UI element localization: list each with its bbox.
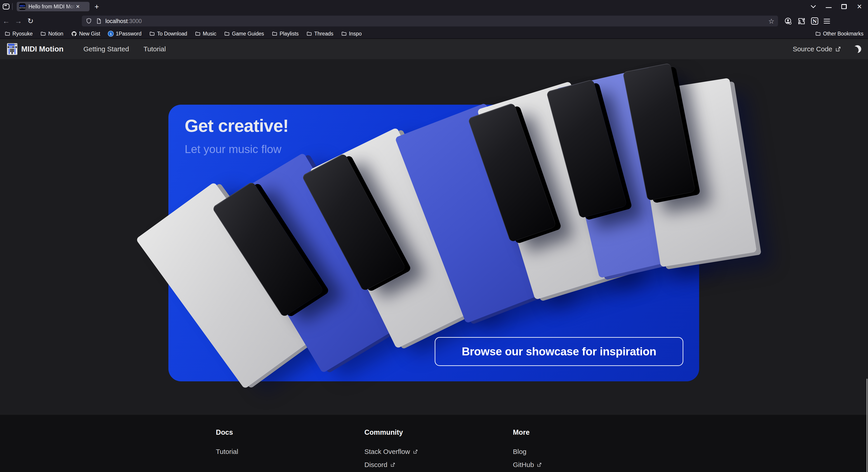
bookmark-item[interactable]: Music bbox=[195, 31, 216, 37]
footer-link-stack-overflow[interactable]: Stack Overflow bbox=[364, 447, 513, 456]
page-info-icon[interactable] bbox=[95, 18, 102, 24]
tab-close-icon[interactable]: × bbox=[76, 3, 80, 10]
site-favicon-icon: MIDI MOTION bbox=[19, 3, 26, 10]
reload-button[interactable]: ↻ bbox=[24, 17, 37, 25]
hero-subtitle: Let your music flow bbox=[185, 143, 281, 156]
folder-icon bbox=[272, 31, 278, 37]
notion-extension-icon[interactable]: N bbox=[811, 18, 818, 25]
footer-column-community: Community Stack Overflow Discord X bbox=[364, 429, 513, 472]
site-navbar: MIDI Motion Getting Started Tutorial Sou… bbox=[0, 39, 868, 59]
external-link-icon bbox=[413, 449, 418, 454]
browser-window: MIDI MOTION Hello from MIDI Motion | MID… bbox=[0, 0, 868, 472]
back-button[interactable]: ← bbox=[0, 17, 12, 25]
hero-card: Get creative! Let your music flow Browse… bbox=[168, 105, 699, 381]
scrollbar-thumb[interactable] bbox=[866, 379, 868, 472]
site-footer: Docs Tutorial Community Stack Overflow D… bbox=[0, 415, 868, 472]
nav-link-getting-started[interactable]: Getting Started bbox=[84, 45, 129, 53]
browser-tab[interactable]: MIDI MOTION Hello from MIDI Motion | MID… bbox=[17, 2, 90, 11]
folder-icon bbox=[195, 31, 201, 37]
nav-link-tutorial[interactable]: Tutorial bbox=[144, 45, 166, 53]
extensions-puzzle-icon[interactable] bbox=[798, 17, 806, 25]
folder-icon bbox=[149, 31, 155, 37]
bookmark-item[interactable]: To Download bbox=[149, 31, 187, 37]
theme-toggle-moon-icon[interactable] bbox=[852, 44, 862, 54]
footer-link-discord[interactable]: Discord bbox=[364, 461, 513, 469]
firefox-view-icon bbox=[3, 4, 9, 9]
url-port: :3000 bbox=[128, 18, 142, 24]
footer-heading: Community bbox=[364, 429, 513, 437]
midi-motion-logo-icon bbox=[7, 43, 18, 55]
new-tab-button[interactable]: + bbox=[94, 3, 99, 10]
folder-icon bbox=[4, 31, 10, 37]
firefox-view-button[interactable] bbox=[0, 0, 12, 13]
restore-icon bbox=[841, 4, 847, 9]
bookmark-item[interactable]: Playlists bbox=[272, 31, 299, 37]
folder-icon bbox=[815, 31, 821, 37]
folder-icon bbox=[40, 31, 46, 37]
shield-icon[interactable] bbox=[86, 18, 92, 24]
account-icon[interactable] bbox=[784, 17, 792, 25]
bookmark-item[interactable]: Threads bbox=[306, 31, 333, 37]
tab-title: Hello from MIDI Motion | MIDI M bbox=[29, 4, 75, 10]
tab-separator bbox=[12, 3, 13, 10]
footer-link-tutorial[interactable]: Tutorial bbox=[216, 447, 364, 456]
folder-icon bbox=[224, 31, 230, 37]
other-bookmarks-button[interactable]: Other Bookmarks bbox=[815, 31, 864, 37]
footer-link-github[interactable]: GitHub bbox=[513, 461, 661, 469]
menu-hamburger-icon[interactable] bbox=[824, 19, 830, 24]
minimize-button[interactable] bbox=[825, 3, 832, 10]
external-link-icon bbox=[835, 46, 841, 52]
bookmark-star-icon[interactable]: ☆ bbox=[768, 17, 774, 25]
bookmark-item[interactable]: Ryosuke bbox=[4, 31, 33, 37]
bookmark-item[interactable]: Game Guides bbox=[224, 31, 264, 37]
bookmark-item[interactable]: 1 1Password bbox=[108, 31, 142, 37]
forward-button[interactable]: → bbox=[12, 17, 24, 25]
source-code-link[interactable]: Source Code bbox=[793, 45, 841, 53]
minimize-icon bbox=[826, 7, 832, 8]
footer-link-blog[interactable]: Blog bbox=[513, 447, 661, 456]
github-icon bbox=[71, 31, 77, 37]
bookmarks-bar: Ryosuke Notion New Gist 1 1Password To D… bbox=[0, 29, 868, 39]
hero-title: Get creative! bbox=[185, 116, 289, 136]
footer-column-docs: Docs Tutorial bbox=[216, 429, 364, 472]
folder-icon bbox=[341, 31, 347, 37]
window-close-button[interactable]: × bbox=[856, 3, 863, 10]
bookmark-item[interactable]: New Gist bbox=[71, 31, 100, 37]
footer-column-more: More Blog GitHub bbox=[513, 429, 661, 472]
footer-heading: More bbox=[513, 429, 661, 437]
chevron-down-icon bbox=[811, 3, 816, 8]
1password-icon: 1 bbox=[108, 31, 114, 37]
navigation-toolbar: ← → ↻ localhost:3000 ☆ N bbox=[0, 13, 868, 29]
showcase-cta-button[interactable]: Browse our showcase for inspiration bbox=[435, 337, 683, 366]
bookmark-item[interactable]: Inspo bbox=[341, 31, 362, 37]
brand[interactable]: MIDI Motion bbox=[7, 43, 64, 55]
external-link-icon bbox=[537, 462, 542, 468]
external-link-icon bbox=[390, 462, 396, 468]
folder-icon bbox=[306, 31, 312, 37]
footer-heading: Docs bbox=[216, 429, 364, 437]
tab-list-button[interactable] bbox=[810, 3, 817, 10]
bookmark-item[interactable]: Notion bbox=[40, 31, 63, 37]
page-content: MIDI Motion Getting Started Tutorial Sou… bbox=[0, 39, 868, 472]
url-host: localhost bbox=[105, 18, 128, 24]
hero-section: Get creative! Let your music flow Browse… bbox=[0, 59, 868, 415]
url-bar[interactable]: localhost:3000 ☆ bbox=[82, 15, 778, 27]
restore-button[interactable] bbox=[840, 3, 848, 10]
brand-title: MIDI Motion bbox=[21, 45, 64, 53]
tab-bar: MIDI MOTION Hello from MIDI Motion | MID… bbox=[0, 0, 868, 13]
